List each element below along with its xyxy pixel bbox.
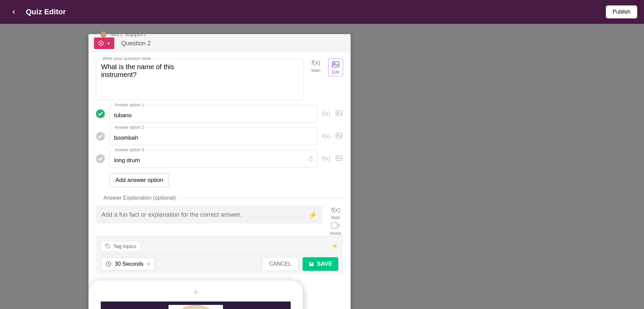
preview-screen: What is the name of this instrument? + t… xyxy=(101,302,291,309)
question-number-label: Question 2 xyxy=(121,40,151,47)
mark-correct-toggle[interactable] xyxy=(96,154,105,163)
math-tool[interactable]: f(x) Math Media xyxy=(328,206,343,236)
time-limit-select[interactable]: 30 Seconds ▼ xyxy=(101,257,155,271)
fx-icon[interactable]: f(x) xyxy=(322,155,330,162)
preview-image[interactable] xyxy=(168,305,223,309)
page-title: Quiz Editor xyxy=(26,7,66,16)
editor-card: ▼ Question 2 Write your question here f(… xyxy=(88,34,351,309)
option-label: Answer option 3 xyxy=(113,148,145,152)
media-tool[interactable]: Media xyxy=(328,221,343,236)
fx-icon[interactable]: f(x) xyxy=(322,133,330,140)
explanation-input[interactable] xyxy=(101,211,309,218)
svg-rect-2 xyxy=(332,62,339,67)
app-header: Quiz Editor Publish xyxy=(0,0,644,24)
save-button[interactable]: SAVE xyxy=(303,257,338,271)
svg-point-12 xyxy=(107,245,107,245)
save-icon xyxy=(309,261,314,267)
fx-icon[interactable]: f(x) xyxy=(322,110,330,117)
svg-rect-8 xyxy=(336,155,342,160)
answer-option-row: Answer option 1 f(x) xyxy=(96,105,343,123)
answer-option-input[interactable] xyxy=(114,112,313,119)
delete-option-button[interactable] xyxy=(308,156,313,163)
caret-down-icon: ▼ xyxy=(147,262,150,266)
explanation-divider: Answer Explanation (optional) xyxy=(96,195,343,201)
add-answer-option-button[interactable]: Add answer option xyxy=(110,173,169,187)
svg-rect-10 xyxy=(331,223,337,228)
target-icon xyxy=(98,40,104,46)
clock-icon xyxy=(106,261,111,267)
mark-correct-toggle[interactable] xyxy=(96,132,105,141)
edit-media-tool[interactable]: Edit xyxy=(328,59,343,76)
ghost-text: faith; support xyxy=(110,31,145,38)
question-legend: Write your question here xyxy=(100,56,152,61)
answer-option-row: Answer option 2 f(x) xyxy=(96,127,343,145)
preview-device: What is the name of this instrument? + t… xyxy=(88,280,303,309)
svg-point-1 xyxy=(100,43,102,44)
cancel-button[interactable]: CANCEL xyxy=(262,257,299,271)
question-type-selector[interactable]: ▼ xyxy=(94,37,114,49)
svg-rect-4 xyxy=(336,110,342,115)
tag-icon xyxy=(105,244,111,249)
answer-option-input[interactable] xyxy=(114,157,313,164)
tag-topics-button[interactable]: Tag topics xyxy=(101,241,141,251)
fx-icon: f(x) xyxy=(331,206,341,214)
image-icon[interactable] xyxy=(335,133,343,140)
svg-point-11 xyxy=(337,224,340,227)
svg-rect-6 xyxy=(336,133,342,138)
option-label: Answer option 1 xyxy=(113,103,145,107)
math-tool[interactable]: f(x) Math xyxy=(308,59,323,73)
caret-down-icon: ▼ xyxy=(107,42,110,45)
media-icon xyxy=(331,221,341,230)
image-icon[interactable] xyxy=(335,155,343,163)
publish-button[interactable]: Publish xyxy=(606,5,637,18)
answer-option-input[interactable] xyxy=(114,135,313,141)
previous-question-hint: faith; support xyxy=(100,31,145,38)
image-icon[interactable] xyxy=(335,110,343,118)
bolt-icon[interactable]: ⚡ xyxy=(332,243,338,249)
back-button[interactable] xyxy=(7,5,20,19)
option-label: Answer option 2 xyxy=(113,125,145,130)
question-input[interactable] xyxy=(101,63,188,94)
bullet-icon xyxy=(100,31,107,37)
answer-option-row: Answer option 3 f(x) xyxy=(96,150,343,168)
bolt-icon[interactable]: ⚡ xyxy=(309,211,317,219)
fx-icon: f(x) xyxy=(311,59,321,67)
image-icon xyxy=(331,60,341,68)
mark-correct-toggle[interactable] xyxy=(96,109,105,118)
